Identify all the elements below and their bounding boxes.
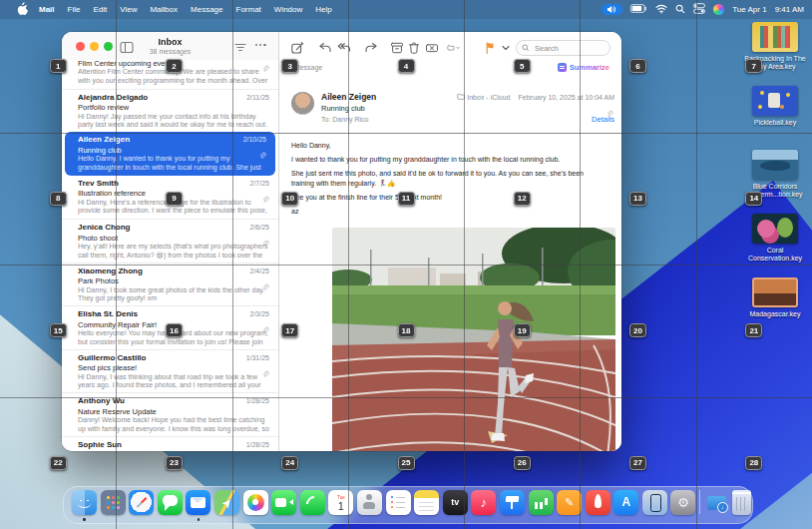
list-item-preview: Danny! Welcome back! Hope you had the be… [78,416,269,433]
dock-app-music[interactable]: ♪ [471,490,496,521]
flag-menu-icon[interactable] [499,41,509,57]
dock-app-facetime[interactable] [271,490,296,521]
control-center-icon[interactable] [693,3,705,16]
desktop-icon-madagascar[interactable]: Madagascar.key [739,277,811,318]
list-item[interactable]: Sophie Sun1/28/25The best vacation [62,436,278,452]
junk-icon[interactable] [425,41,441,57]
menu-time[interactable]: 9:41 AM [775,5,804,14]
more-options-icon[interactable] [255,44,266,46]
list-item[interactable]: Guillermo Castillo1/31/25Send pics pleas… [62,349,278,393]
list-item[interactable]: Aileen Zeigen2/10/25Running clubHello Da… [65,132,275,176]
dock-app-downloads[interactable] [704,490,729,521]
trash-icon[interactable] [407,41,423,57]
search-input[interactable] [533,43,603,54]
dock-app-trash[interactable] [732,490,751,521]
list-item[interactable]: Anthony Wu1/28/25Nature Reserve UpdateDa… [62,392,278,436]
sound-indicator-icon[interactable] [602,4,622,15]
mailbox-name: Inbox [112,37,228,47]
dock-app-calendar[interactable]: Tue1 [328,490,353,521]
desktop-icon-coral[interactable]: Coral Conservation.key [739,214,811,263]
dock-app-keynote[interactable] [500,490,525,521]
desktop-icon-whale[interactable]: Blue Corridors Midterm...tion.key [739,150,811,199]
siri-icon[interactable] [713,4,724,15]
list-item[interactable]: Xiaomeng Zhong2/4/25Park PhotosHi Danny,… [62,263,278,306]
dock-app-rocket[interactable] [586,490,610,521]
keynote-file-thumbnail [752,150,798,180]
list-item-line2: The best vacation [78,450,269,452]
settings-app-icon: ⚙ [670,490,695,515]
menu-item-help[interactable]: Help [315,5,331,14]
flag-icon[interactable] [484,41,500,57]
menu-item-mailbox[interactable]: Mailbox [150,5,178,14]
iphone-app-icon [642,490,667,515]
summarize-icon [558,63,567,72]
menu-item-mail[interactable]: Mail [39,5,55,14]
dock-app-mail[interactable] [186,490,210,521]
reply-all-icon[interactable] [337,41,353,57]
summarize-label: Summarize [570,63,609,72]
wifi-icon[interactable] [655,4,667,16]
dock-app-messages[interactable] [158,490,183,521]
settings-glyph: ⚙ [677,496,689,509]
list-item[interactable]: Alejandra Delgado2/11/25Portfolio review… [62,89,278,133]
dock-app-iphone[interactable] [642,490,667,521]
message-header: Aileen Zeigen Running club To: Danny Ric… [279,84,621,132]
attachment-photo[interactable] [332,228,615,451]
dock-app-safari[interactable] [129,490,154,521]
dock-app-settings[interactable]: ⚙ [670,490,695,521]
close-window-button[interactable] [76,42,85,51]
message-count-label: 1 Message [288,64,322,71]
list-item[interactable]: Jenica Chong2/6/25Photo shootHey, y'all!… [62,219,278,263]
list-item-line1: Jenica Chong2/6/25 [78,223,269,233]
summarize-button[interactable]: Summarize [558,63,609,72]
dock-app-finder[interactable] [72,490,97,521]
menu-item-view[interactable]: View [120,5,137,14]
tv-app-icon: tv [443,490,468,515]
minimize-window-button[interactable] [90,42,99,51]
dock-app-notes[interactable] [414,490,439,521]
safari-app-icon [129,490,154,515]
list-item-line2: Community Repair Fair! [78,319,269,329]
photos-app-icon [243,490,268,515]
list-item[interactable]: Elisha St. Denis2/3/25Community Repair F… [62,305,278,349]
reminders-app-icon [386,490,411,515]
menu-date[interactable]: Tue Apr 1 [732,5,766,14]
list-item-subject: Nature Reserve Update [78,407,269,416]
menu-item-window[interactable]: Window [274,5,302,14]
list-item-line1: Guillermo Castillo1/31/25 [78,353,269,363]
dock-app-launchpad[interactable] [101,490,126,521]
dock-app-maps[interactable] [214,490,239,521]
details-link[interactable]: Details [592,115,614,124]
list-item[interactable]: Trev Smith2/7/25Illustration referenceHi… [62,176,278,220]
downloads-app-icon [704,490,729,515]
menu-item-file[interactable]: File [68,5,81,14]
dock-app-tv[interactable]: tv [443,490,468,521]
menu-item-edit[interactable]: Edit [93,5,107,14]
filter-icon[interactable] [233,40,247,53]
forward-icon[interactable] [364,41,380,57]
move-to-folder-icon[interactable] [447,41,473,57]
apple-menu-icon[interactable] [16,3,29,16]
reply-icon[interactable] [318,41,334,57]
dock-app-numbers[interactable] [529,490,554,521]
battery-icon[interactable] [630,4,647,15]
messages-app-icon [158,490,183,515]
dock-app-contacts[interactable] [357,490,382,521]
menu-item-message[interactable]: Message [191,5,222,14]
paperclip-icon [261,234,269,242]
menu-item-format[interactable]: Format [236,5,261,14]
list-header: Inbox 38 messages [62,32,278,60]
compose-icon[interactable] [290,41,306,57]
search-field[interactable] [516,40,610,56]
desktop-icon-city[interactable]: Backpacking In The Bay Area.key [739,22,811,71]
dock-app-reminders[interactable] [386,490,411,521]
archive-icon[interactable] [390,41,406,57]
dock-app-photos[interactable] [243,490,268,521]
dock-app-phone[interactable] [300,490,325,521]
dock-app-appstore[interactable]: A [613,490,638,521]
list-item-subject: Running club [78,146,258,155]
desktop-icon-pickleball[interactable]: Pickleball.key [739,86,811,127]
desktop-icon-label: Coral Conservation.key [739,247,811,263]
dock-app-pages[interactable]: ✎ [557,490,582,521]
spotlight-icon[interactable] [675,4,685,16]
